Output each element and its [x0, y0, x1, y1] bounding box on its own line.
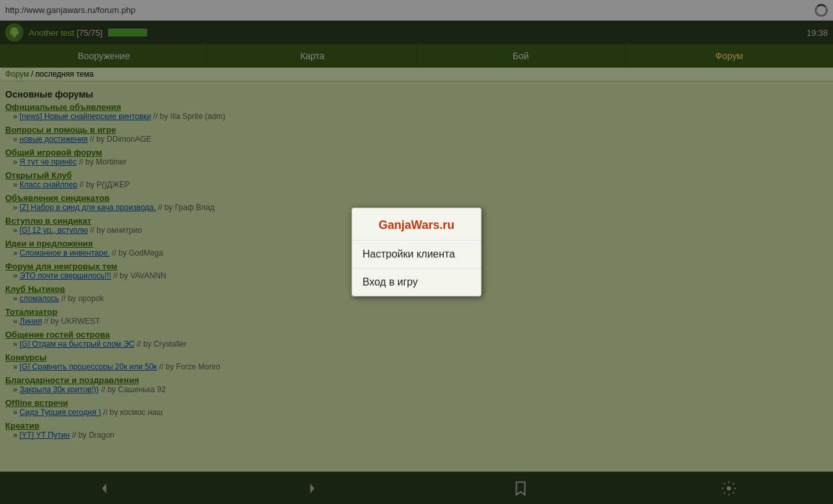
modal-overlay[interactable]: GanjaWars.ru Настройки клиентаВход в игр… [0, 0, 833, 504]
modal-items: Настройки клиентаВход в игру [352, 240, 481, 296]
modal-title: GanjaWars.ru [352, 208, 481, 240]
modal-menu-item[interactable]: Вход в игру [352, 268, 481, 296]
modal-menu-item[interactable]: Настройки клиента [352, 240, 481, 268]
modal-dialog: GanjaWars.ru Настройки клиентаВход в игр… [351, 207, 482, 297]
